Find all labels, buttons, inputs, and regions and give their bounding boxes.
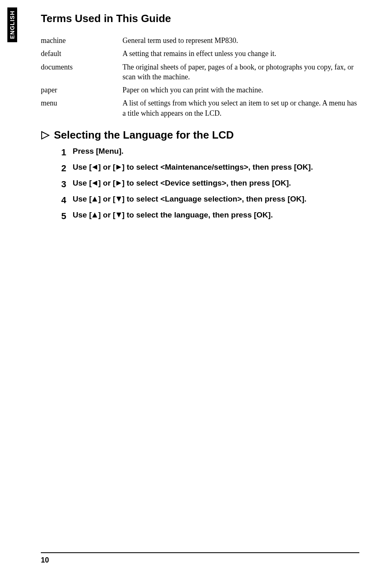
step-text: Use [] or [] to select <Language selecti… xyxy=(73,193,359,206)
step-item: 1Press [Menu]. xyxy=(61,146,359,159)
term-definition: General term used to represent MP830. xyxy=(122,34,359,47)
term-definition: Paper on which you can print with the ma… xyxy=(122,83,359,96)
step-number: 2 xyxy=(61,161,73,175)
step-text: Use [] or [] to select the language, the… xyxy=(73,209,359,222)
svg-marker-8 xyxy=(116,213,121,217)
steps-list: 1Press [Menu].2Use [] or [] to select <M… xyxy=(41,146,359,223)
step-number: 5 xyxy=(61,209,73,223)
term-name: paper xyxy=(41,83,122,96)
svg-marker-7 xyxy=(92,213,97,217)
svg-marker-5 xyxy=(92,197,97,202)
step-number: 1 xyxy=(61,146,73,159)
svg-marker-6 xyxy=(116,197,121,202)
step-item: 2Use [] or [] to select <Maintenance/set… xyxy=(61,161,359,175)
term-name: default xyxy=(41,47,122,60)
step-text: Use [] or [] to select <Device settings>… xyxy=(73,177,359,190)
terms-table: machineGeneral term used to represent MP… xyxy=(41,34,359,120)
right-arrow-icon xyxy=(116,178,122,190)
play-icon xyxy=(41,131,50,140)
step-item: 5Use [] or [] to select the language, th… xyxy=(61,209,359,223)
section-heading: Selecting the Language for the LCD xyxy=(54,129,234,141)
section-heading-row: Selecting the Language for the LCD xyxy=(41,129,359,141)
term-name: documents xyxy=(41,61,122,84)
page-content: Terms Used in This Guide machineGeneral … xyxy=(0,0,392,223)
term-definition: The original sheets of paper, pages of a… xyxy=(122,61,359,84)
step-item: 4Use [] or [] to select <Language select… xyxy=(61,193,359,207)
svg-marker-2 xyxy=(116,165,121,170)
page-number: 10 xyxy=(41,556,49,565)
up-arrow-icon xyxy=(91,210,98,222)
term-name: menu xyxy=(41,96,122,120)
terms-row: defaultA setting that remains in effect … xyxy=(41,47,359,60)
step-item: 3Use [] or [] to select <Device settings… xyxy=(61,177,359,191)
terms-row: machineGeneral term used to represent MP… xyxy=(41,34,359,47)
up-arrow-icon xyxy=(91,194,98,206)
step-text: Press [Menu]. xyxy=(73,146,359,157)
term-name: machine xyxy=(41,34,122,47)
term-definition: A list of settings from which you select… xyxy=(122,96,359,120)
down-arrow-icon xyxy=(116,210,122,222)
step-number: 4 xyxy=(61,193,73,207)
footer-rule xyxy=(41,552,359,553)
left-arrow-icon xyxy=(91,178,98,190)
svg-marker-0 xyxy=(42,132,49,139)
language-tab: ENGLISH xyxy=(7,7,17,42)
terms-row: paperPaper on which you can print with t… xyxy=(41,83,359,96)
step-number: 3 xyxy=(61,177,73,191)
step-text: Use [] or [] to select <Maintenance/sett… xyxy=(73,161,359,174)
svg-marker-1 xyxy=(92,165,97,170)
svg-marker-3 xyxy=(92,181,97,186)
down-arrow-icon xyxy=(116,194,122,206)
term-definition: A setting that remains in effect unless … xyxy=(122,47,359,60)
right-arrow-icon xyxy=(116,162,122,174)
terms-heading: Terms Used in This Guide xyxy=(41,12,359,25)
svg-marker-4 xyxy=(116,181,121,186)
terms-row: menuA list of settings from which you se… xyxy=(41,96,359,120)
left-arrow-icon xyxy=(91,162,98,174)
terms-row: documentsThe original sheets of paper, p… xyxy=(41,61,359,84)
